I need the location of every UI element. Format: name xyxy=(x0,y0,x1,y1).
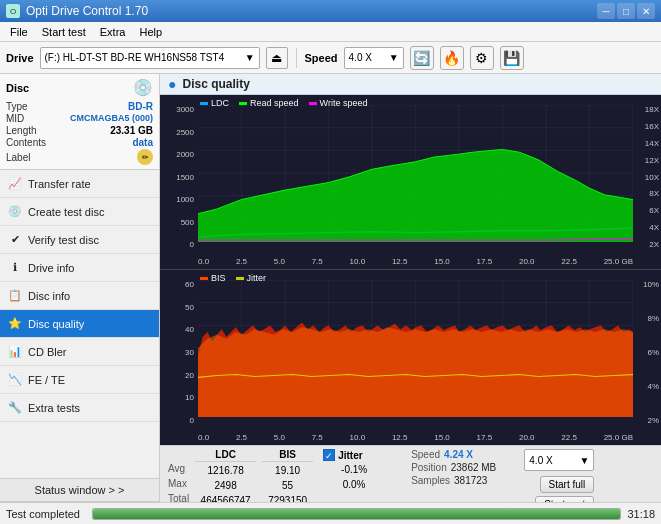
bis-legend-dot xyxy=(200,277,208,280)
samples-stat-value: 381723 xyxy=(454,475,487,486)
minimize-button[interactable]: ─ xyxy=(597,3,615,19)
disc-quality-icon: ⭐ xyxy=(8,317,22,331)
transfer-rate-label: Transfer rate xyxy=(28,178,91,190)
sidebar-item-transfer-rate[interactable]: 📈 Transfer rate xyxy=(0,170,159,198)
speed-label: Speed xyxy=(305,52,338,64)
jitter-avg: -0.1% xyxy=(323,462,385,477)
eject-button[interactable]: ⏏ xyxy=(266,47,288,69)
transfer-rate-icon: 📈 xyxy=(8,177,22,191)
menu-file[interactable]: File xyxy=(4,24,34,40)
stats-table: Avg Max Total LDC 1216.78 2498 464566747… xyxy=(168,449,385,502)
progress-bar-fill xyxy=(93,509,620,519)
sidebar-item-verify-test-disc[interactable]: ✔ Verify test disc xyxy=(0,226,159,254)
sidebar-item-drive-info[interactable]: ℹ Drive info xyxy=(0,254,159,282)
label-icon[interactable]: ✏ xyxy=(137,149,153,165)
length-value: 23.31 GB xyxy=(110,125,153,136)
start-part-button[interactable]: Start part xyxy=(535,496,594,502)
progress-bar xyxy=(92,508,621,520)
status-bar: Test completed 31:18 xyxy=(0,502,661,524)
chart-top-svg xyxy=(198,105,633,242)
speed-value: 4.0 X xyxy=(349,52,372,63)
chart-bottom-y-axis-right: 10% 8% 6% 4% 2% xyxy=(639,280,659,425)
menu-extra[interactable]: Extra xyxy=(94,24,132,40)
status-text: Test completed xyxy=(6,508,86,520)
extra-tests-icon: 🔧 xyxy=(8,401,22,415)
burn-button[interactable]: 🔥 xyxy=(440,46,464,70)
position-stat-label: Position xyxy=(411,462,447,473)
app-title: Opti Drive Control 1.70 xyxy=(26,4,148,18)
mid-label: MID xyxy=(6,113,24,124)
start-full-button[interactable]: Start full xyxy=(540,476,595,493)
speed-selector[interactable]: 4.0 X ▼ xyxy=(344,47,404,69)
chart-top-x-axis: 0.0 2.5 5.0 7.5 10.0 12.5 15.0 17.5 20.0… xyxy=(198,257,633,266)
length-label: Length xyxy=(6,125,37,136)
sidebar-item-cd-bler[interactable]: 📊 CD Bler xyxy=(0,338,159,366)
settings-button[interactable]: ⚙ xyxy=(470,46,494,70)
jitter-legend-dot xyxy=(236,277,244,280)
fe-te-icon: 📉 xyxy=(8,373,22,387)
start-speed-selector[interactable]: 4.0 X ▼ xyxy=(524,449,594,471)
fe-te-label: FE / TE xyxy=(28,374,65,386)
disc-info-icon: 📋 xyxy=(8,289,22,303)
legend-write-speed: Write speed xyxy=(309,98,368,108)
ldc-stats-col: LDC 1216.78 2498 464566747 xyxy=(191,449,256,502)
bis-legend-label: BIS xyxy=(211,273,226,283)
bis-stats-col: BIS 19.10 55 7293150 xyxy=(258,449,313,502)
close-button[interactable]: ✕ xyxy=(637,3,655,19)
status-time: 31:18 xyxy=(627,508,655,520)
ldc-col-header: LDC xyxy=(195,449,256,462)
sidebar-item-disc-info[interactable]: 📋 Disc info xyxy=(0,282,159,310)
sidebar-item-disc-quality[interactable]: ⭐ Disc quality xyxy=(0,310,159,338)
read-speed-legend-label: Read speed xyxy=(250,98,299,108)
jitter-checkbox[interactable]: ✓ xyxy=(323,449,335,461)
bis-col-header: BIS xyxy=(262,449,313,462)
jitter-max: 0.0% xyxy=(323,477,385,492)
status-window-button[interactable]: Status window > > xyxy=(0,478,159,502)
type-value: BD-R xyxy=(128,101,153,112)
speed-selector-row: 4.0 X ▼ xyxy=(524,449,594,471)
speed-stat-label: Speed xyxy=(411,449,440,460)
contents-value: data xyxy=(132,137,153,148)
disc-icon: 💿 xyxy=(133,78,153,97)
legend-bis: BIS xyxy=(200,273,226,283)
sidebar: Disc 💿 Type BD-R MID CMCMAGBA5 (000) Len… xyxy=(0,74,160,502)
jitter-stats-col: ✓ Jitter -0.1% 0.0% xyxy=(315,449,385,492)
read-speed-legend-dot xyxy=(239,102,247,105)
save-button[interactable]: 💾 xyxy=(500,46,524,70)
jitter-legend-label: Jitter xyxy=(247,273,267,283)
app-icon: O xyxy=(6,4,20,18)
menu-help[interactable]: Help xyxy=(133,24,168,40)
svg-marker-36 xyxy=(198,327,633,417)
total-row-label: Total xyxy=(168,491,189,502)
verify-test-icon: ✔ xyxy=(8,233,22,247)
chart-bottom: BIS Jitter 60 50 40 30 20 10 0 xyxy=(160,270,661,445)
chart-top: LDC Read speed Write speed 3000 2500 xyxy=(160,95,661,270)
disc-contents-row: Contents data xyxy=(6,137,153,148)
speed-position-section: Speed 4.24 X Position 23862 MB Samples 3… xyxy=(411,449,496,486)
refresh-button[interactable]: 🔄 xyxy=(410,46,434,70)
contents-label: Contents xyxy=(6,137,46,148)
stats-row-labels: Avg Max Total xyxy=(168,449,189,502)
sidebar-item-extra-tests[interactable]: 🔧 Extra tests xyxy=(0,394,159,422)
chart-bottom-legend: BIS Jitter xyxy=(200,273,266,283)
type-label: Type xyxy=(6,101,28,112)
drive-selector[interactable]: (F:) HL-DT-ST BD-RE WH16NS58 TST4 ▼ xyxy=(40,47,260,69)
legend-ldc: LDC xyxy=(200,98,229,108)
chevron-down-icon: ▼ xyxy=(245,52,255,63)
menu-start-test[interactable]: Start test xyxy=(36,24,92,40)
drive-info-label: Drive info xyxy=(28,262,74,274)
start-speed-chevron: ▼ xyxy=(579,455,589,466)
chart-top-y-axis-right: 18X 16X 14X 12X 10X 8X 6X 4X 2X xyxy=(639,105,659,249)
samples-stat-label: Samples xyxy=(411,475,450,486)
content-area: ● Disc quality LDC Read speed xyxy=(160,74,661,502)
legend-read-speed: Read speed xyxy=(239,98,299,108)
sidebar-item-create-test-disc[interactable]: 💿 Create test disc xyxy=(0,198,159,226)
disc-panel: Disc 💿 Type BD-R MID CMCMAGBA5 (000) Len… xyxy=(0,74,159,170)
bis-total: 7293150 xyxy=(262,493,313,502)
sidebar-item-fe-te[interactable]: 📉 FE / TE xyxy=(0,366,159,394)
status-window-label: Status window > > xyxy=(35,484,125,496)
disc-title: Disc xyxy=(6,82,29,94)
disc-type-row: Type BD-R xyxy=(6,101,153,112)
maximize-button[interactable]: □ xyxy=(617,3,635,19)
chart-top-legend: LDC Read speed Write speed xyxy=(200,98,367,108)
